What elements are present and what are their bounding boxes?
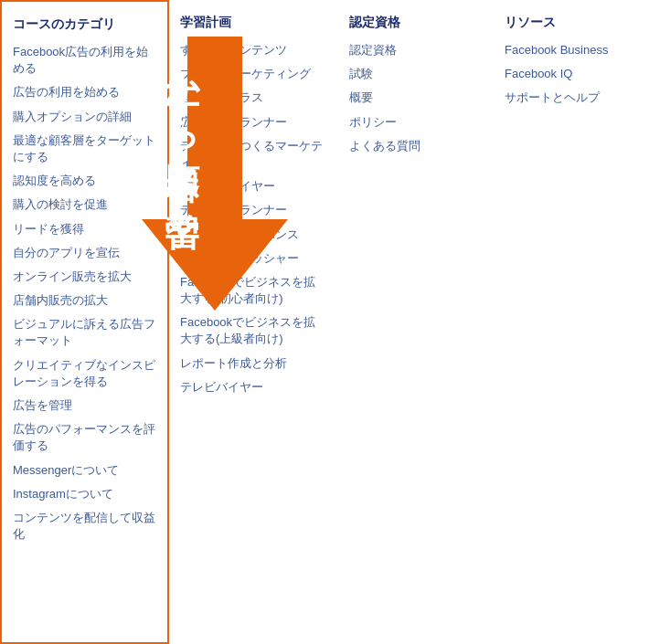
link-col1-12[interactable]: 広告を管理 (13, 397, 156, 414)
link-col1-1[interactable]: 広告の利用を始める (13, 84, 156, 100)
link-col2-10[interactable]: Facebookでビジネスを拡大する(上級者向け) (180, 314, 327, 347)
link-col2-9[interactable]: Facebookでビジネスを拡大する(初心者向け) (180, 274, 327, 307)
col4-title: リソース (505, 15, 638, 31)
column-courses: コースのカテゴリ Facebook広告の利用を始める 広告の利用を始める 購入オ… (0, 0, 169, 644)
link-col2-6[interactable]: デジタルプランナー (180, 202, 327, 218)
link-col1-8[interactable]: オンライン販売を拡大 (13, 269, 156, 285)
link-col2-11[interactable]: レポート作成と分析 (180, 355, 327, 372)
link-col3-2[interactable]: 概要 (349, 90, 483, 106)
link-col1-5[interactable]: 購入の検討を促進 (13, 196, 156, 213)
link-col1-11[interactable]: クリエイティブなインスピレーションを得る (13, 357, 156, 390)
link-col1-6[interactable]: リードを獲得 (13, 221, 156, 238)
link-col1-2[interactable]: 購入オプションの詳細 (13, 109, 156, 125)
link-col2-8[interactable]: ゲームパブリッシャー (180, 250, 327, 267)
link-col1-10[interactable]: ビジュアルに訴える広告フォーマット (13, 316, 156, 349)
col2-title: 学習計画 (180, 15, 327, 31)
link-col2-2[interactable]: 経営幹部クラス (180, 90, 327, 106)
link-col2-12[interactable]: テレビバイヤー (180, 379, 327, 396)
link-col2-4[interactable]: デジタルでつくるマーケティング (180, 138, 327, 171)
link-col1-4[interactable]: 認知度を高める (13, 173, 156, 189)
link-col1-13[interactable]: 広告のパフォーマンスを評価する (13, 421, 156, 454)
col3-title: 認定資格 (349, 15, 483, 31)
link-col3-0[interactable]: 認定資格 (349, 42, 483, 58)
link-col1-3[interactable]: 最適な顧客層をターゲットにする (13, 132, 156, 165)
link-col2-1[interactable]: ブランドマーケティング (180, 66, 327, 82)
nav-container: 上から順番に学習 コースのカテゴリ Facebook広告の利用を始める 広告の利… (0, 0, 649, 644)
link-col2-5[interactable]: デジタルバイヤー (180, 178, 327, 195)
link-col4-0[interactable]: Facebook Business (505, 42, 638, 58)
link-col3-3[interactable]: ポリシー (349, 114, 483, 131)
column-resources: リソース Facebook Business Facebook IQ サポートと… (494, 0, 649, 644)
link-col1-7[interactable]: 自分のアプリを宣伝 (13, 245, 156, 261)
link-col4-2[interactable]: サポートとヘルプ (505, 90, 638, 106)
link-col1-15[interactable]: Instagramについて (13, 486, 156, 502)
col1-title: コースのカテゴリ (13, 16, 156, 33)
link-col1-16[interactable]: コンテンツを配信して収益化 (13, 510, 156, 543)
link-col1-0[interactable]: Facebook広告の利用を始める (13, 44, 156, 77)
link-col1-9[interactable]: 店舗内販売の拡大 (13, 292, 156, 309)
link-col1-14[interactable]: Messengerについて (13, 462, 156, 479)
link-col4-1[interactable]: Facebook IQ (505, 66, 638, 82)
link-col3-4[interactable]: よくある質問 (349, 138, 483, 154)
link-col2-7[interactable]: ダイレクトレスポンス (180, 227, 327, 243)
link-col2-0[interactable]: すべてのコンテンツ (180, 42, 327, 58)
column-certification: 認定資格 認定資格 試験 概要 ポリシー よくある質問 (338, 0, 494, 644)
column-learning-plan: 学習計画 すべてのコンテンツ ブランドマーケティング 経営幹部クラス 広告戦略プ… (169, 0, 338, 644)
link-col3-1[interactable]: 試験 (349, 66, 483, 82)
link-col2-3[interactable]: 広告戦略プランナー (180, 114, 327, 131)
